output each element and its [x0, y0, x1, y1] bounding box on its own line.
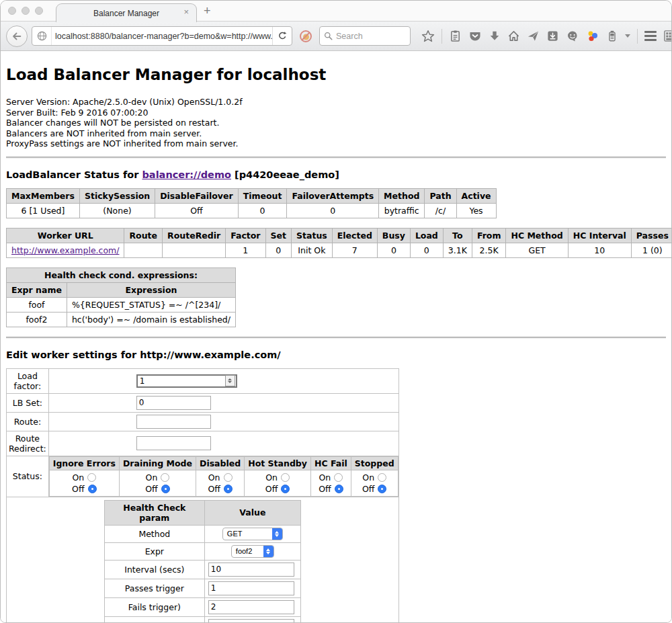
- table-header-cell: Expr name: [7, 282, 67, 297]
- toolbar-separator: [442, 29, 442, 44]
- battery-icon[interactable]: [606, 30, 618, 42]
- feedback-smiley-icon[interactable]: [566, 30, 579, 43]
- health-check-cell: Health Check paramValue Method GET: [7, 497, 399, 623]
- info-line: Balancers are NOT inherited from main se…: [6, 128, 666, 139]
- status-radio-off-1[interactable]: [161, 485, 170, 493]
- hamburger-menu-icon[interactable]: [644, 31, 657, 41]
- table-header-cell: FailoverAttempts: [287, 188, 379, 203]
- on-label: On: [362, 472, 374, 483]
- hc-row-uri: HC uri: [104, 616, 300, 623]
- status-radio-on-1[interactable]: [161, 473, 169, 482]
- on-label: On: [208, 472, 220, 483]
- fails-field[interactable]: [208, 600, 294, 614]
- status-label: Status:: [7, 456, 49, 497]
- table-cell: 3.1K: [443, 243, 472, 257]
- downloads-icon[interactable]: [489, 30, 501, 42]
- reading-list-icon[interactable]: [449, 30, 462, 42]
- table-header-cell: MaxMembers: [7, 188, 80, 203]
- select-stepper-icon: [272, 528, 282, 540]
- new-tab-button[interactable]: +: [204, 5, 211, 17]
- pocket-icon[interactable]: [468, 30, 482, 43]
- url-bar[interactable]: localhost:8880/balancer-manager?b=demo&w…: [32, 26, 292, 46]
- worker-status-table: Worker URLRouteRouteRedirFactorSetStatus…: [6, 228, 671, 258]
- search-bar[interactable]: Search: [319, 26, 411, 46]
- status-radio-off-4[interactable]: [335, 485, 343, 493]
- home-icon[interactable]: [507, 30, 520, 42]
- status-radio-off-2[interactable]: [224, 485, 233, 493]
- hc-value-cell: [204, 597, 300, 616]
- load-factor-field[interactable]: [138, 376, 225, 386]
- bookmark-star-icon[interactable]: [421, 30, 435, 43]
- back-button[interactable]: [6, 26, 28, 47]
- table-header-cell: Factor: [226, 228, 265, 243]
- route-redirect-field[interactable]: [136, 436, 211, 450]
- lb-set-field[interactable]: [136, 396, 211, 410]
- menu-caret-icon[interactable]: [625, 34, 630, 38]
- close-window-button[interactable]: [8, 7, 16, 15]
- on-label: On: [265, 472, 278, 483]
- table-header-cell: Elected: [332, 228, 377, 243]
- table-header-row: MaxMembersStickySessionDisableFailoverTi…: [7, 188, 497, 203]
- status-radio-off-0[interactable]: [88, 485, 97, 493]
- site-identity-globe-icon[interactable]: [32, 27, 52, 45]
- status-col-5: On Off: [351, 470, 398, 496]
- tiles-grid-icon[interactable]: [663, 29, 672, 43]
- extension-dots-icon[interactable]: [586, 30, 599, 43]
- field-label: Route:: [7, 412, 49, 431]
- number-spinner-icon[interactable]: [225, 375, 235, 386]
- status-col-3: On Off: [245, 470, 311, 496]
- table-cell: hc('body') =~ /domain is established/: [67, 312, 235, 327]
- table-header-cell: StickySession: [79, 188, 155, 203]
- zoom-window-button[interactable]: [35, 7, 43, 15]
- table-cell: /c/: [425, 203, 456, 218]
- table-cell: %{REQUEST_STATUS} =~ /^[234]/: [67, 297, 235, 312]
- hc-param-label: HC uri: [104, 616, 204, 623]
- on-label: On: [72, 472, 84, 483]
- send-tab-icon[interactable]: [527, 30, 540, 42]
- status-col-header: HC Fail: [310, 456, 351, 470]
- content-blocked-icon[interactable]: [298, 30, 313, 43]
- table-header-cell: Value: [204, 500, 300, 525]
- expr-select[interactable]: foof2: [231, 545, 274, 558]
- table-header-row: Worker URLRouteRouteRedirFactorSetStatus…: [7, 228, 672, 243]
- tab-close-icon[interactable]: ×: [183, 7, 189, 16]
- route-field[interactable]: [136, 415, 211, 429]
- loadbalancer-status-heading: LoadBalancer Status for balancer://demo …: [6, 169, 666, 180]
- status-radio-on-2[interactable]: [224, 473, 233, 482]
- tab-title: Balancer Manager: [93, 9, 159, 18]
- status-radio-on-5[interactable]: [378, 473, 386, 482]
- status-radio-off-3[interactable]: [281, 485, 290, 493]
- method-select[interactable]: GET: [222, 528, 283, 540]
- hc-uri-field[interactable]: [208, 619, 294, 623]
- window-titlebar: Balancer Manager × +: [1, 1, 671, 22]
- table-cell: Init Ok: [292, 243, 333, 257]
- form-row-route: Route:: [7, 412, 399, 431]
- status-radio-off-5[interactable]: [378, 485, 386, 493]
- load-factor-input[interactable]: [136, 374, 237, 388]
- worker-url-link[interactable]: http://www.example.com/: [11, 245, 119, 255]
- url-text[interactable]: localhost:8880/balancer-manager?b=demo&w…: [52, 32, 272, 41]
- hc-row-interval: Interval (secs): [104, 560, 300, 579]
- table-cell: http://www.example.com/: [7, 243, 124, 257]
- status-radio-on-0[interactable]: [87, 473, 96, 482]
- table-row: 6 [1 Used](None)Off00bytraffic/c/Yes: [7, 203, 497, 218]
- table-cell: GET: [506, 243, 568, 257]
- select-stepper-icon: [263, 546, 274, 557]
- status-radio-on-4[interactable]: [334, 473, 343, 482]
- browser-tab[interactable]: Balancer Manager ×: [56, 3, 197, 22]
- status-radio-on-3[interactable]: [281, 473, 290, 482]
- server-info: Server Version: Apache/2.5.0-dev (Unix) …: [6, 97, 666, 149]
- toolbar-separator: [637, 29, 638, 44]
- reload-button[interactable]: [272, 27, 292, 45]
- passes-field[interactable]: [208, 581, 294, 595]
- table-header-cell: HC Method: [506, 228, 568, 243]
- status-toggle-table: Ignore Errors Draining Mode Disabled Hot…: [49, 456, 398, 497]
- health-check-table: Health Check paramValue Method GET: [104, 500, 301, 623]
- field-value-cell: [48, 412, 398, 431]
- save-page-icon[interactable]: [546, 30, 559, 42]
- interval-field[interactable]: [208, 563, 294, 577]
- minimize-window-button[interactable]: [22, 7, 30, 15]
- table-header-cell: Active: [456, 188, 496, 203]
- table-cell: 1 (0): [631, 243, 671, 257]
- balancer-demo-link[interactable]: balancer://demo: [142, 169, 231, 180]
